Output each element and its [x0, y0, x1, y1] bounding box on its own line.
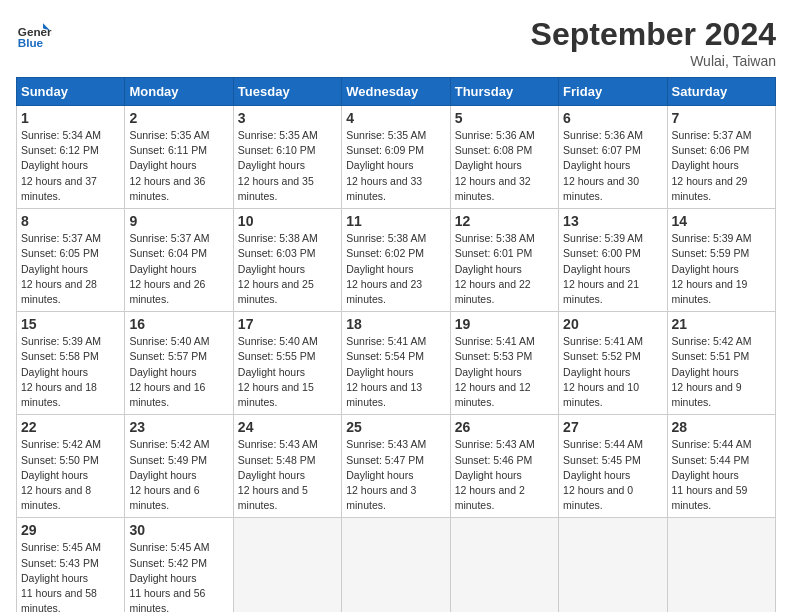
day-number: 29 — [21, 522, 120, 538]
day-cell-1: 1 Sunrise: 5:34 AMSunset: 6:12 PMDayligh… — [17, 106, 125, 209]
day-cell-8: 8 Sunrise: 5:37 AMSunset: 6:05 PMDayligh… — [17, 209, 125, 312]
empty-cell — [450, 518, 558, 612]
location: Wulai, Taiwan — [531, 53, 776, 69]
logo: General Blue — [16, 16, 52, 52]
calendar-week-5: 29 Sunrise: 5:45 AMSunset: 5:43 PMDaylig… — [17, 518, 776, 612]
day-cell-22: 22 Sunrise: 5:42 AMSunset: 5:50 PMDaylig… — [17, 415, 125, 518]
col-wednesday: Wednesday — [342, 78, 450, 106]
day-cell-21: 21 Sunrise: 5:42 AMSunset: 5:51 PMDaylig… — [667, 312, 775, 415]
day-content: Sunrise: 5:38 AMSunset: 6:02 PMDaylight … — [346, 232, 426, 305]
day-cell-16: 16 Sunrise: 5:40 AMSunset: 5:57 PMDaylig… — [125, 312, 233, 415]
day-content: Sunrise: 5:40 AMSunset: 5:55 PMDaylight … — [238, 335, 318, 408]
day-cell-13: 13 Sunrise: 5:39 AMSunset: 6:00 PMDaylig… — [559, 209, 667, 312]
col-saturday: Saturday — [667, 78, 775, 106]
empty-cell — [667, 518, 775, 612]
day-content: Sunrise: 5:43 AMSunset: 5:48 PMDaylight … — [238, 438, 318, 511]
day-cell-30: 30 Sunrise: 5:45 AMSunset: 5:42 PMDaylig… — [125, 518, 233, 612]
day-content: Sunrise: 5:41 AMSunset: 5:52 PMDaylight … — [563, 335, 643, 408]
day-number: 15 — [21, 316, 120, 332]
calendar-week-1: 1 Sunrise: 5:34 AMSunset: 6:12 PMDayligh… — [17, 106, 776, 209]
day-number: 2 — [129, 110, 228, 126]
day-content: Sunrise: 5:35 AMSunset: 6:09 PMDaylight … — [346, 129, 426, 202]
day-cell-19: 19 Sunrise: 5:41 AMSunset: 5:53 PMDaylig… — [450, 312, 558, 415]
day-content: Sunrise: 5:40 AMSunset: 5:57 PMDaylight … — [129, 335, 209, 408]
day-content: Sunrise: 5:45 AMSunset: 5:43 PMDaylight … — [21, 541, 101, 612]
calendar-week-4: 22 Sunrise: 5:42 AMSunset: 5:50 PMDaylig… — [17, 415, 776, 518]
day-number: 9 — [129, 213, 228, 229]
day-number: 12 — [455, 213, 554, 229]
day-cell-4: 4 Sunrise: 5:35 AMSunset: 6:09 PMDayligh… — [342, 106, 450, 209]
day-cell-14: 14 Sunrise: 5:39 AMSunset: 5:59 PMDaylig… — [667, 209, 775, 312]
day-content: Sunrise: 5:45 AMSunset: 5:42 PMDaylight … — [129, 541, 209, 612]
col-friday: Friday — [559, 78, 667, 106]
day-content: Sunrise: 5:42 AMSunset: 5:51 PMDaylight … — [672, 335, 752, 408]
empty-cell — [559, 518, 667, 612]
column-headers: Sunday Monday Tuesday Wednesday Thursday… — [17, 78, 776, 106]
day-cell-9: 9 Sunrise: 5:37 AMSunset: 6:04 PMDayligh… — [125, 209, 233, 312]
day-number: 16 — [129, 316, 228, 332]
col-monday: Monday — [125, 78, 233, 106]
day-cell-2: 2 Sunrise: 5:35 AMSunset: 6:11 PMDayligh… — [125, 106, 233, 209]
day-number: 30 — [129, 522, 228, 538]
day-content: Sunrise: 5:35 AMSunset: 6:10 PMDaylight … — [238, 129, 318, 202]
day-cell-12: 12 Sunrise: 5:38 AMSunset: 6:01 PMDaylig… — [450, 209, 558, 312]
day-cell-7: 7 Sunrise: 5:37 AMSunset: 6:06 PMDayligh… — [667, 106, 775, 209]
day-cell-26: 26 Sunrise: 5:43 AMSunset: 5:46 PMDaylig… — [450, 415, 558, 518]
day-content: Sunrise: 5:43 AMSunset: 5:46 PMDaylight … — [455, 438, 535, 511]
day-number: 10 — [238, 213, 337, 229]
day-cell-25: 25 Sunrise: 5:43 AMSunset: 5:47 PMDaylig… — [342, 415, 450, 518]
day-number: 18 — [346, 316, 445, 332]
logo-icon: General Blue — [16, 16, 52, 52]
day-number: 13 — [563, 213, 662, 229]
day-cell-10: 10 Sunrise: 5:38 AMSunset: 6:03 PMDaylig… — [233, 209, 341, 312]
day-content: Sunrise: 5:34 AMSunset: 6:12 PMDaylight … — [21, 129, 101, 202]
day-number: 21 — [672, 316, 771, 332]
day-cell-24: 24 Sunrise: 5:43 AMSunset: 5:48 PMDaylig… — [233, 415, 341, 518]
day-content: Sunrise: 5:37 AMSunset: 6:05 PMDaylight … — [21, 232, 101, 305]
day-number: 25 — [346, 419, 445, 435]
day-cell-28: 28 Sunrise: 5:44 AMSunset: 5:44 PMDaylig… — [667, 415, 775, 518]
day-cell-17: 17 Sunrise: 5:40 AMSunset: 5:55 PMDaylig… — [233, 312, 341, 415]
day-number: 7 — [672, 110, 771, 126]
calendar-table: Sunday Monday Tuesday Wednesday Thursday… — [16, 77, 776, 612]
day-content: Sunrise: 5:43 AMSunset: 5:47 PMDaylight … — [346, 438, 426, 511]
day-content: Sunrise: 5:35 AMSunset: 6:11 PMDaylight … — [129, 129, 209, 202]
day-number: 19 — [455, 316, 554, 332]
day-cell-15: 15 Sunrise: 5:39 AMSunset: 5:58 PMDaylig… — [17, 312, 125, 415]
svg-text:Blue: Blue — [18, 36, 44, 49]
day-content: Sunrise: 5:44 AMSunset: 5:44 PMDaylight … — [672, 438, 752, 511]
day-number: 27 — [563, 419, 662, 435]
day-number: 26 — [455, 419, 554, 435]
day-content: Sunrise: 5:41 AMSunset: 5:53 PMDaylight … — [455, 335, 535, 408]
day-cell-20: 20 Sunrise: 5:41 AMSunset: 5:52 PMDaylig… — [559, 312, 667, 415]
day-content: Sunrise: 5:38 AMSunset: 6:01 PMDaylight … — [455, 232, 535, 305]
title-block: September 2024 Wulai, Taiwan — [531, 16, 776, 69]
day-cell-5: 5 Sunrise: 5:36 AMSunset: 6:08 PMDayligh… — [450, 106, 558, 209]
day-number: 8 — [21, 213, 120, 229]
day-content: Sunrise: 5:41 AMSunset: 5:54 PMDaylight … — [346, 335, 426, 408]
day-content: Sunrise: 5:38 AMSunset: 6:03 PMDaylight … — [238, 232, 318, 305]
day-number: 20 — [563, 316, 662, 332]
col-sunday: Sunday — [17, 78, 125, 106]
day-number: 28 — [672, 419, 771, 435]
day-content: Sunrise: 5:39 AMSunset: 6:00 PMDaylight … — [563, 232, 643, 305]
day-content: Sunrise: 5:42 AMSunset: 5:49 PMDaylight … — [129, 438, 209, 511]
day-content: Sunrise: 5:39 AMSunset: 5:58 PMDaylight … — [21, 335, 101, 408]
col-tuesday: Tuesday — [233, 78, 341, 106]
day-number: 3 — [238, 110, 337, 126]
empty-cell — [233, 518, 341, 612]
day-number: 14 — [672, 213, 771, 229]
day-content: Sunrise: 5:39 AMSunset: 5:59 PMDaylight … — [672, 232, 752, 305]
day-number: 23 — [129, 419, 228, 435]
day-content: Sunrise: 5:37 AMSunset: 6:04 PMDaylight … — [129, 232, 209, 305]
day-cell-23: 23 Sunrise: 5:42 AMSunset: 5:49 PMDaylig… — [125, 415, 233, 518]
day-content: Sunrise: 5:42 AMSunset: 5:50 PMDaylight … — [21, 438, 101, 511]
col-thursday: Thursday — [450, 78, 558, 106]
page-header: General Blue September 2024 Wulai, Taiwa… — [16, 16, 776, 69]
day-number: 1 — [21, 110, 120, 126]
day-content: Sunrise: 5:37 AMSunset: 6:06 PMDaylight … — [672, 129, 752, 202]
day-number: 22 — [21, 419, 120, 435]
day-number: 11 — [346, 213, 445, 229]
calendar-week-2: 8 Sunrise: 5:37 AMSunset: 6:05 PMDayligh… — [17, 209, 776, 312]
day-cell-3: 3 Sunrise: 5:35 AMSunset: 6:10 PMDayligh… — [233, 106, 341, 209]
